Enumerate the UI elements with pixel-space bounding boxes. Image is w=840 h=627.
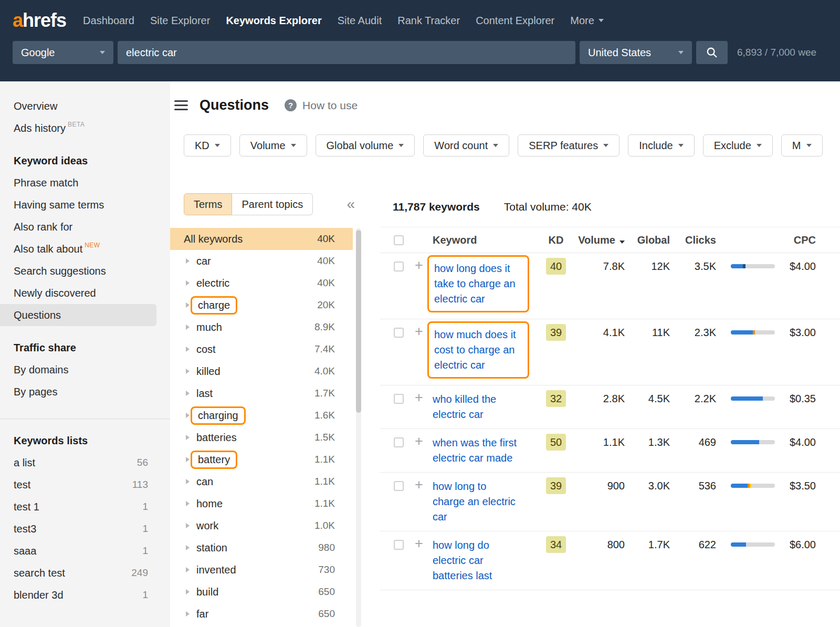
plus-icon[interactable]: +: [415, 323, 423, 339]
sidebar-item-newly-discovered[interactable]: Newly discovered: [0, 282, 170, 304]
disclosure-triangle-icon[interactable]: [186, 280, 190, 286]
sidebar-item-phrase-match[interactable]: Phrase match: [0, 172, 170, 194]
search-engine-select[interactable]: Google: [13, 41, 113, 64]
nav-dashboard[interactable]: Dashboard: [83, 15, 134, 27]
plus-icon[interactable]: +: [415, 536, 423, 551]
select-all-checkbox[interactable]: [394, 235, 404, 245]
keyword-link[interactable]: how long does it take to charge an elect…: [434, 261, 522, 307]
ahrefs-logo[interactable]: ahrefs: [13, 9, 66, 32]
sidebar-item-list[interactable]: test31: [0, 518, 170, 540]
row-checkbox[interactable]: [394, 394, 404, 404]
disclosure-triangle-icon[interactable]: [186, 567, 190, 572]
term-item[interactable]: car40K: [170, 250, 353, 272]
col-keyword[interactable]: Keyword: [433, 234, 538, 246]
disclosure-triangle-icon[interactable]: [186, 457, 190, 462]
term-item[interactable]: charging1.6K: [170, 404, 353, 426]
term-item[interactable]: far650: [170, 603, 353, 625]
plus-icon[interactable]: +: [415, 257, 423, 273]
nav-site-explorer[interactable]: Site Explorer: [150, 15, 211, 27]
row-checkbox[interactable]: [394, 262, 404, 271]
sidebar-item-list[interactable]: search test249: [0, 562, 170, 584]
how-to-use-link[interactable]: ?How to use: [285, 99, 358, 112]
term-item[interactable]: cost7.4K: [170, 338, 353, 360]
filter-exclude[interactable]: Exclude: [703, 134, 773, 156]
row-checkbox[interactable]: [394, 540, 404, 550]
menu-icon[interactable]: [174, 100, 188, 110]
term-item-all-keywords[interactable]: All keywords40K: [170, 228, 353, 250]
nav-keywords-explorer[interactable]: Keywords Explorer: [226, 15, 321, 27]
disclosure-triangle-icon[interactable]: [186, 391, 190, 396]
filter-volume[interactable]: Volume: [239, 134, 307, 156]
term-item[interactable]: build650: [170, 581, 353, 603]
col-global[interactable]: Global: [625, 234, 670, 246]
sidebar-item-questions[interactable]: Questions: [0, 304, 156, 326]
col-volume[interactable]: Volume: [574, 234, 625, 246]
disclosure-triangle-icon[interactable]: [186, 435, 190, 440]
keyword-link[interactable]: how much does it cost to charge an elect…: [434, 327, 522, 373]
filter-include[interactable]: Include: [628, 134, 695, 156]
plus-icon[interactable]: +: [415, 390, 423, 405]
disclosure-triangle-icon[interactable]: [186, 589, 190, 594]
nav-more[interactable]: More: [570, 15, 604, 27]
sidebar-item-having-same-terms[interactable]: Having same terms: [0, 194, 170, 216]
sidebar-item-overview[interactable]: Overview: [0, 95, 170, 117]
filter-word-count[interactable]: Word count: [423, 134, 509, 156]
sidebar-item-ads-history[interactable]: Ads historyBETA: [0, 117, 170, 139]
filter-serp-features[interactable]: SERP features: [518, 134, 620, 156]
disclosure-triangle-icon[interactable]: [186, 479, 190, 484]
sidebar-item-list[interactable]: a list56: [0, 452, 170, 474]
plus-icon[interactable]: +: [415, 477, 423, 493]
row-checkbox[interactable]: [394, 481, 404, 491]
filter-kd[interactable]: KD: [184, 134, 231, 156]
sidebar-item-list[interactable]: blender 3d1: [0, 584, 170, 606]
term-item[interactable]: much8.9K: [170, 316, 353, 338]
disclosure-triangle-icon[interactable]: [186, 347, 190, 352]
keyword-link[interactable]: when was the first electric car made: [433, 435, 521, 466]
col-clicks[interactable]: Clicks: [670, 234, 716, 246]
term-item[interactable]: batteries1.5K: [170, 426, 353, 448]
disclosure-triangle-icon[interactable]: [186, 545, 190, 550]
sidebar-item-also-talk-about[interactable]: Also talk aboutNEW: [0, 238, 170, 260]
term-item[interactable]: can1.1K: [170, 471, 353, 493]
keyword-search-input[interactable]: [118, 41, 575, 64]
nav-content-explorer[interactable]: Content Explorer: [476, 15, 554, 27]
term-item[interactable]: home1.1K: [170, 493, 353, 515]
disclosure-triangle-icon[interactable]: [186, 611, 190, 616]
term-item[interactable]: battery1.1K: [170, 448, 353, 471]
sidebar-item-also-rank-for[interactable]: Also rank for: [0, 216, 170, 238]
filter-more[interactable]: M: [781, 134, 823, 156]
plus-icon[interactable]: +: [415, 433, 423, 449]
sidebar-item-list[interactable]: saaa1: [0, 540, 170, 562]
row-checkbox[interactable]: [394, 437, 404, 447]
keyword-link[interactable]: how long to charge an electric car: [433, 479, 521, 525]
keyword-link[interactable]: how long do electric car batteries last: [433, 538, 521, 583]
sidebar-item-search-suggestions[interactable]: Search suggestions: [0, 260, 170, 282]
disclosure-triangle-icon[interactable]: [186, 523, 190, 528]
sidebar-item-by-domains[interactable]: By domains: [0, 359, 170, 381]
disclosure-triangle-icon[interactable]: [186, 258, 190, 264]
sidebar-item-list[interactable]: test 11: [0, 496, 170, 518]
disclosure-triangle-icon[interactable]: [186, 413, 190, 418]
sidebar-item-list[interactable]: test113: [0, 474, 170, 496]
term-item[interactable]: invented730: [170, 559, 353, 581]
term-item[interactable]: last1.7K: [170, 382, 353, 404]
keyword-link[interactable]: who killed the electric car: [433, 392, 521, 422]
disclosure-triangle-icon[interactable]: [186, 369, 190, 374]
filter-global-volume[interactable]: Global volume: [316, 134, 415, 156]
term-item[interactable]: electric40K: [170, 272, 353, 294]
term-item[interactable]: charge20K: [170, 294, 353, 316]
country-select[interactable]: United States: [580, 41, 692, 64]
term-item[interactable]: station980: [170, 537, 353, 559]
search-button[interactable]: [696, 41, 728, 64]
tab-terms[interactable]: Terms: [184, 193, 232, 215]
collapse-panel-icon[interactable]: «: [346, 197, 355, 212]
col-cpc[interactable]: CPC: [775, 234, 840, 246]
nav-rank-tracker[interactable]: Rank Tracker: [397, 15, 460, 27]
terms-scrollbar-thumb[interactable]: [356, 230, 361, 413]
term-item[interactable]: work1.0K: [170, 515, 353, 537]
row-checkbox[interactable]: [394, 328, 404, 338]
disclosure-triangle-icon[interactable]: [186, 325, 190, 330]
tab-parent-topics[interactable]: Parent topics: [232, 193, 313, 215]
sidebar-item-by-pages[interactable]: By pages: [0, 381, 170, 403]
disclosure-triangle-icon[interactable]: [186, 501, 190, 506]
